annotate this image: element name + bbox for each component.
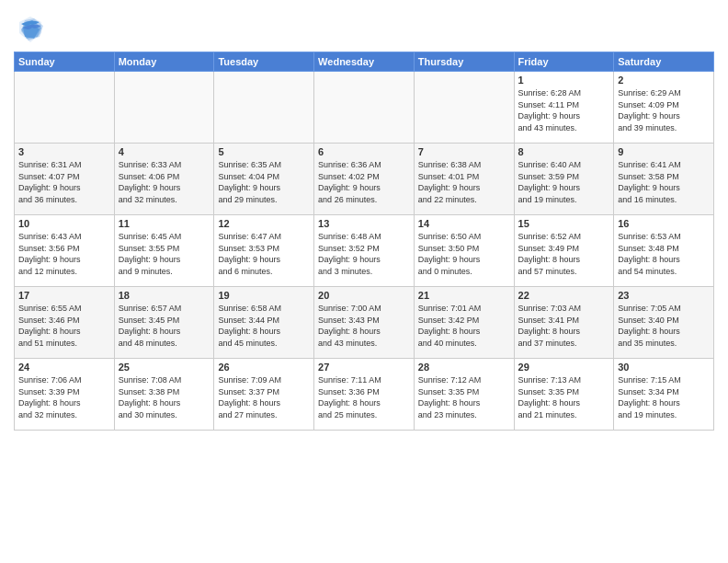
calendar-cell: 13Sunrise: 6:48 AM Sunset: 3:52 PM Dayli…: [314, 215, 415, 287]
calendar-cell: 25Sunrise: 7:08 AM Sunset: 3:38 PM Dayli…: [114, 359, 214, 431]
calendar: SundayMondayTuesdayWednesdayThursdayFrid…: [14, 52, 714, 431]
day-info: Sunrise: 6:53 AM Sunset: 3:48 PM Dayligh…: [618, 231, 710, 277]
day-info: Sunrise: 6:38 AM Sunset: 4:01 PM Dayligh…: [418, 159, 510, 205]
day-number: 3: [18, 146, 110, 157]
calendar-week-row: 3Sunrise: 6:31 AM Sunset: 4:07 PM Daylig…: [15, 144, 714, 215]
day-info: Sunrise: 6:43 AM Sunset: 3:56 PM Dayligh…: [18, 231, 110, 277]
day-number: 10: [18, 218, 110, 229]
calendar-cell: 8Sunrise: 6:40 AM Sunset: 3:59 PM Daylig…: [514, 144, 614, 215]
calendar-cell: 18Sunrise: 6:57 AM Sunset: 3:45 PM Dayli…: [114, 287, 214, 359]
day-number: 23: [618, 290, 710, 301]
day-info: Sunrise: 6:58 AM Sunset: 3:44 PM Dayligh…: [218, 303, 310, 349]
day-number: 11: [119, 218, 210, 229]
day-info: Sunrise: 6:28 AM Sunset: 4:11 PM Dayligh…: [518, 87, 610, 133]
day-number: 19: [218, 290, 310, 301]
day-info: Sunrise: 6:33 AM Sunset: 4:06 PM Dayligh…: [119, 159, 210, 205]
day-number: 26: [218, 362, 310, 373]
weekday-header: Sunday: [15, 52, 115, 72]
day-info: Sunrise: 6:50 AM Sunset: 3:50 PM Dayligh…: [418, 231, 510, 277]
calendar-cell: [314, 72, 415, 144]
calendar-cell: 26Sunrise: 7:09 AM Sunset: 3:37 PM Dayli…: [214, 359, 314, 431]
calendar-cell: 17Sunrise: 6:55 AM Sunset: 3:46 PM Dayli…: [15, 287, 115, 359]
calendar-cell: 16Sunrise: 6:53 AM Sunset: 3:48 PM Dayli…: [614, 215, 714, 287]
calendar-cell: 15Sunrise: 6:52 AM Sunset: 3:49 PM Dayli…: [514, 215, 614, 287]
calendar-cell: 23Sunrise: 7:05 AM Sunset: 3:40 PM Dayli…: [614, 287, 714, 359]
calendar-cell: 6Sunrise: 6:36 AM Sunset: 4:02 PM Daylig…: [314, 144, 415, 215]
calendar-cell: 27Sunrise: 7:11 AM Sunset: 3:36 PM Dayli…: [314, 359, 415, 431]
calendar-week-row: 24Sunrise: 7:06 AM Sunset: 3:39 PM Dayli…: [15, 359, 714, 431]
calendar-cell: 2Sunrise: 6:29 AM Sunset: 4:09 PM Daylig…: [614, 72, 714, 144]
calendar-week-row: 10Sunrise: 6:43 AM Sunset: 3:56 PM Dayli…: [15, 215, 714, 287]
weekday-header: Saturday: [614, 52, 714, 72]
calendar-week-row: 1Sunrise: 6:28 AM Sunset: 4:11 PM Daylig…: [15, 72, 714, 144]
calendar-cell: 29Sunrise: 7:13 AM Sunset: 3:35 PM Dayli…: [514, 359, 614, 431]
day-info: Sunrise: 6:48 AM Sunset: 3:52 PM Dayligh…: [318, 231, 410, 277]
weekday-header-row: SundayMondayTuesdayWednesdayThursdayFrid…: [15, 52, 714, 72]
day-info: Sunrise: 6:52 AM Sunset: 3:49 PM Dayligh…: [518, 231, 610, 277]
day-number: 18: [119, 290, 210, 301]
calendar-cell: 28Sunrise: 7:12 AM Sunset: 3:35 PM Dayli…: [414, 359, 514, 431]
day-info: Sunrise: 7:00 AM Sunset: 3:43 PM Dayligh…: [318, 303, 410, 349]
calendar-cell: 9Sunrise: 6:41 AM Sunset: 3:58 PM Daylig…: [614, 144, 714, 215]
day-info: Sunrise: 6:45 AM Sunset: 3:55 PM Dayligh…: [119, 231, 210, 277]
calendar-cell: 30Sunrise: 7:15 AM Sunset: 3:34 PM Dayli…: [614, 359, 714, 431]
calendar-cell: 11Sunrise: 6:45 AM Sunset: 3:55 PM Dayli…: [114, 215, 214, 287]
day-info: Sunrise: 7:09 AM Sunset: 3:37 PM Dayligh…: [218, 374, 310, 420]
day-info: Sunrise: 7:03 AM Sunset: 3:41 PM Dayligh…: [518, 303, 610, 349]
day-number: 1: [518, 75, 610, 86]
day-number: 22: [518, 290, 610, 301]
calendar-cell: [15, 72, 115, 144]
day-info: Sunrise: 7:12 AM Sunset: 3:35 PM Dayligh…: [418, 374, 510, 420]
day-number: 27: [318, 362, 410, 373]
day-info: Sunrise: 6:35 AM Sunset: 4:04 PM Dayligh…: [218, 159, 310, 205]
day-info: Sunrise: 7:08 AM Sunset: 3:38 PM Dayligh…: [119, 374, 210, 420]
day-number: 25: [119, 362, 210, 373]
logo-icon: [14, 13, 47, 46]
day-info: Sunrise: 6:31 AM Sunset: 4:07 PM Dayligh…: [18, 159, 110, 205]
day-number: 15: [518, 218, 610, 229]
calendar-cell: 12Sunrise: 6:47 AM Sunset: 3:53 PM Dayli…: [214, 215, 314, 287]
calendar-cell: 22Sunrise: 7:03 AM Sunset: 3:41 PM Dayli…: [514, 287, 614, 359]
day-info: Sunrise: 6:57 AM Sunset: 3:45 PM Dayligh…: [119, 303, 210, 349]
day-number: 4: [119, 146, 210, 157]
weekday-header: Wednesday: [314, 52, 415, 72]
calendar-cell: 10Sunrise: 6:43 AM Sunset: 3:56 PM Dayli…: [15, 215, 115, 287]
day-info: Sunrise: 6:29 AM Sunset: 4:09 PM Dayligh…: [618, 87, 710, 133]
calendar-cell: 14Sunrise: 6:50 AM Sunset: 3:50 PM Dayli…: [414, 215, 514, 287]
page: SundayMondayTuesdayWednesdayThursdayFrid…: [0, 0, 728, 563]
day-info: Sunrise: 6:36 AM Sunset: 4:02 PM Dayligh…: [318, 159, 410, 205]
calendar-cell: 20Sunrise: 7:00 AM Sunset: 3:43 PM Dayli…: [314, 287, 415, 359]
day-number: 28: [418, 362, 510, 373]
day-number: 16: [618, 218, 710, 229]
day-info: Sunrise: 7:11 AM Sunset: 3:36 PM Dayligh…: [318, 374, 410, 420]
day-number: 12: [218, 218, 310, 229]
logo: [14, 13, 51, 46]
weekday-header: Tuesday: [214, 52, 314, 72]
calendar-cell: 3Sunrise: 6:31 AM Sunset: 4:07 PM Daylig…: [15, 144, 115, 215]
calendar-cell: 5Sunrise: 6:35 AM Sunset: 4:04 PM Daylig…: [214, 144, 314, 215]
calendar-cell: [114, 72, 214, 144]
calendar-cell: 21Sunrise: 7:01 AM Sunset: 3:42 PM Dayli…: [414, 287, 514, 359]
day-info: Sunrise: 7:13 AM Sunset: 3:35 PM Dayligh…: [518, 374, 610, 420]
weekday-header: Friday: [514, 52, 614, 72]
day-number: 17: [18, 290, 110, 301]
calendar-cell: 1Sunrise: 6:28 AM Sunset: 4:11 PM Daylig…: [514, 72, 614, 144]
day-number: 5: [218, 146, 310, 157]
day-info: Sunrise: 6:47 AM Sunset: 3:53 PM Dayligh…: [218, 231, 310, 277]
calendar-week-row: 17Sunrise: 6:55 AM Sunset: 3:46 PM Dayli…: [15, 287, 714, 359]
day-info: Sunrise: 7:15 AM Sunset: 3:34 PM Dayligh…: [618, 374, 710, 420]
day-number: 20: [318, 290, 410, 301]
day-info: Sunrise: 7:06 AM Sunset: 3:39 PM Dayligh…: [18, 374, 110, 420]
day-number: 29: [518, 362, 610, 373]
day-number: 8: [518, 146, 610, 157]
calendar-cell: 19Sunrise: 6:58 AM Sunset: 3:44 PM Dayli…: [214, 287, 314, 359]
day-number: 21: [418, 290, 510, 301]
day-number: 9: [618, 146, 710, 157]
calendar-cell: [214, 72, 314, 144]
day-info: Sunrise: 7:01 AM Sunset: 3:42 PM Dayligh…: [418, 303, 510, 349]
day-number: 2: [618, 75, 710, 86]
day-number: 24: [18, 362, 110, 373]
day-number: 6: [318, 146, 410, 157]
calendar-cell: 7Sunrise: 6:38 AM Sunset: 4:01 PM Daylig…: [414, 144, 514, 215]
day-number: 30: [618, 362, 710, 373]
